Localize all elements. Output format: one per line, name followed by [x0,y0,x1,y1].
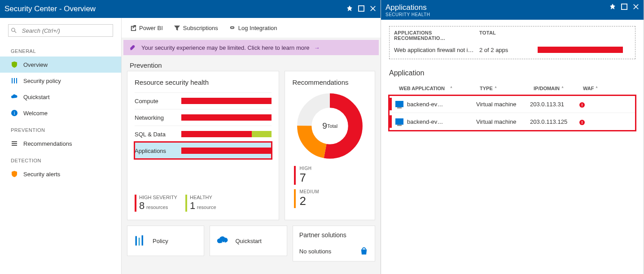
sort-icon[interactable]: ˄ [561,86,564,91]
nav-recommendations[interactable]: Recommendations [0,135,121,152]
svg-rect-16 [142,235,144,246]
severity-bar [181,98,272,104]
metric-medium: MEDIUM 2 [294,189,366,208]
pin-icon[interactable] [609,4,616,11]
tool-powerbi[interactable]: Power BI [130,25,163,31]
partner-solutions-card[interactable]: Partner solutions No solutions [293,226,375,261]
vm-icon [395,101,403,107]
pin-icon[interactable] [346,5,353,13]
col-ip[interactable]: IP/DOMAIN [534,86,560,91]
app-row[interactable]: backend-ev… Virtual machine 203.0.113.12… [389,113,635,130]
row-label: SQL & Data [135,131,181,138]
svg-text:i: i [14,111,15,116]
metric-label: MEDIUM [299,189,366,194]
rec-col-total: TOTAL [479,30,496,41]
cloud-icon [11,93,18,100]
nav-label: Security policy [23,78,61,84]
severity-bar [181,148,272,154]
tool-subscriptions[interactable]: Subscriptions [174,25,218,31]
section-label-detection: DETECTION [0,152,121,166]
svg-rect-14 [136,236,137,246]
severity-bar [181,131,272,137]
recommendations-card[interactable]: Recommendations 9Total HIGH [285,71,375,220]
section-label-general: GENERAL [0,42,121,57]
recommendation-summary-box[interactable]: APPLICATIONS RECOMMENDATIO… TOTAL Web ap… [389,26,635,59]
banner-text: Your security experience may be limited.… [141,44,310,51]
app-row[interactable]: backend-ev… Virtual machine 203.0.113.31… [389,96,635,113]
severity-strip [389,98,392,110]
nav-security-policy[interactable]: Security policy [0,73,121,89]
search-input[interactable] [19,27,113,34]
col-waf[interactable]: WAF [583,86,594,91]
app-table-header: WEB APPLICATION˄ TYPE˄ IP/DOMAIN˄ WAF˄ [389,82,635,96]
quickstart-card[interactable]: Quickstart [210,226,287,256]
summary-high: HIGH SEVERITY 8 resources [135,195,177,212]
row-label: Networking [135,114,181,121]
close-icon[interactable] [633,4,639,11]
tool-label: Power BI [139,25,163,31]
policy-card[interactable]: Policy [127,226,204,256]
card-value: No solutions [299,248,332,255]
nav-label: Quickstart [23,94,50,100]
donut-total: 9 [322,121,327,131]
metric-label: HIGH [299,166,366,171]
app-name: backend-ev… [407,101,443,108]
tool-label: Subscriptions [183,25,218,31]
tool-label: Log Integration [238,25,277,31]
sort-icon[interactable]: ˄ [596,86,598,91]
vm-icon [395,118,403,125]
nav-quickstart[interactable]: Quickstart [0,89,121,105]
filter-icon [174,25,180,31]
nav-security-alerts[interactable]: Security alerts [0,166,121,182]
health-row-networking[interactable]: Networking [135,109,272,126]
nav-welcome[interactable]: i Welcome [0,105,121,121]
rec-name: Web application firewall not i… [394,47,479,53]
application-section-title: Application [389,69,635,77]
search-icon [11,27,17,34]
nav-label: Security alerts [23,171,60,178]
col-type[interactable]: TYPE [480,86,493,91]
toolbar: Power BI Subscriptions Log Integration [122,18,381,38]
resource-health-card: Resource security health Compute Network… [127,71,279,220]
blade-title-left: Security Center - Overview [4,4,346,13]
health-row-compute[interactable]: Compute [135,92,272,109]
rocket-icon [130,44,137,51]
nav-overview[interactable]: Overview [0,57,121,73]
col-webapp[interactable]: WEB APPLICATION [399,86,445,91]
nav-label: Overview [23,61,48,68]
sidebar: GENERAL Overview Security policy Quickst… [0,18,122,274]
svg-rect-8 [12,141,17,142]
limited-banner[interactable]: Your security experience may be limited.… [123,40,379,55]
app-type: Virtual machine [476,118,530,125]
section-label-prevention: PREVENTION [0,121,121,135]
summary-num: 1 [190,200,195,211]
summary-num: 8 [139,200,145,211]
health-row-sql[interactable]: SQL & Data [135,126,272,142]
maximize-icon[interactable] [358,5,364,13]
sort-icon[interactable]: ˄ [450,86,452,91]
summary-label: HIGH SEVERITY [139,195,177,200]
summary-healthy: HEALTHY 1 resource [185,195,216,212]
tool-log-integration[interactable]: Log Integration [229,25,277,31]
card-label: Quickstart [235,238,262,244]
sliders-icon [11,77,18,84]
metric-value: 7 [299,171,366,185]
nav-label: Welcome [23,110,48,117]
metric-high: HIGH 7 [294,166,366,185]
sort-icon[interactable]: ˄ [495,86,497,91]
svg-rect-15 [139,238,140,246]
blade-header-right: Applications SECURITY HEALTH [381,0,644,20]
shield-icon [11,61,18,68]
prevention-heading: Prevention [122,57,381,71]
severity-bar [181,114,272,121]
card-title: Partner solutions [299,231,368,239]
arrow-right-icon: → [314,44,320,51]
search-box[interactable] [8,24,113,37]
health-summary: HIGH SEVERITY 8 resources HEALTHY 1 reso… [135,195,272,212]
info-icon: i [11,109,18,117]
maximize-icon[interactable] [621,4,627,11]
card-title: Recommendations [292,78,368,86]
close-icon[interactable] [370,5,376,13]
alert-shield-icon [11,170,18,178]
health-row-applications[interactable]: Applications [135,142,272,159]
